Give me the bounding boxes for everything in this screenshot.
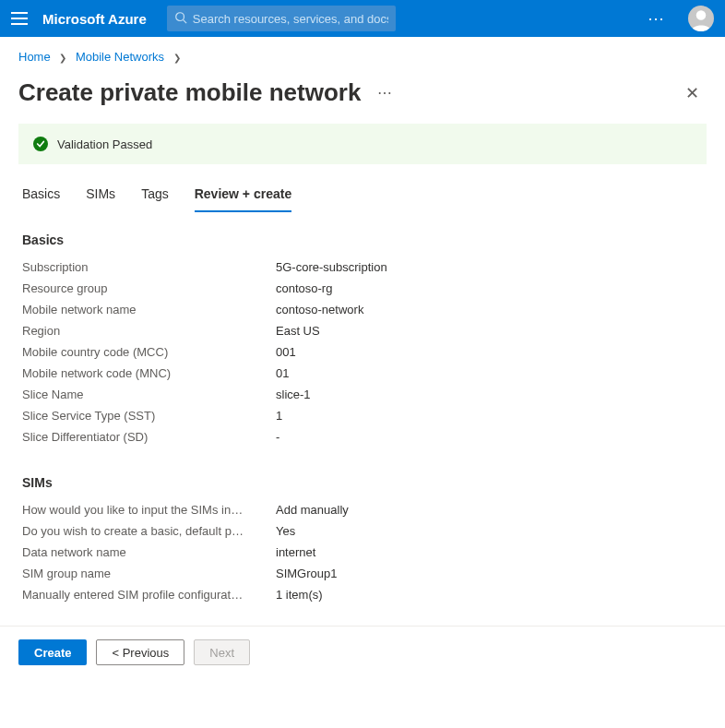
kv-row: How would you like to input the SIMs in…… bbox=[22, 503, 703, 517]
breadcrumb-link-home[interactable]: Home bbox=[18, 50, 51, 64]
section-basics: Basics Subscription5G-core-subscriptionR… bbox=[22, 233, 703, 444]
kv-val: - bbox=[276, 430, 279, 444]
kv-val: 01 bbox=[276, 366, 289, 380]
kv-key: Slice Name bbox=[22, 388, 276, 401]
kv-key: Mobile network code (MNC) bbox=[22, 366, 276, 380]
section-sims: SIMs How would you like to input the SIM… bbox=[22, 475, 703, 602]
kv-val: internet bbox=[276, 545, 315, 559]
kv-val: 001 bbox=[276, 345, 296, 359]
kv-val: East US bbox=[276, 324, 320, 338]
chevron-right-icon: ❯ bbox=[59, 53, 66, 63]
kv-val: 5G-core-subscription bbox=[276, 260, 387, 274]
svg-point-0 bbox=[176, 12, 184, 20]
kv-val: contoso-network bbox=[276, 303, 363, 316]
page-header: Create private mobile network ⋯ ✕ bbox=[0, 71, 725, 124]
kv-val: 1 bbox=[276, 409, 282, 423]
kv-key: How would you like to input the SIMs in… bbox=[22, 503, 276, 517]
kv-row: Slice Nameslice-1 bbox=[22, 388, 703, 401]
page-title: Create private mobile network bbox=[18, 78, 361, 107]
kv-key: Slice Differentiator (SD) bbox=[22, 430, 276, 444]
kv-key: Resource group bbox=[22, 281, 276, 295]
kv-key: SIM group name bbox=[22, 567, 276, 580]
svg-line-1 bbox=[183, 19, 186, 23]
tab-basics[interactable]: Basics bbox=[22, 181, 60, 212]
kv-row: Data network nameinternet bbox=[22, 545, 703, 559]
section-title-sims: SIMs bbox=[22, 475, 703, 490]
kv-key: Manually entered SIM profile configurat… bbox=[22, 588, 276, 602]
search-box[interactable] bbox=[167, 6, 397, 31]
tab-sims[interactable]: SIMs bbox=[86, 181, 115, 212]
kv-key: Mobile network name bbox=[22, 303, 276, 316]
page-more-icon[interactable]: ⋯ bbox=[377, 84, 393, 101]
tab-tags[interactable]: Tags bbox=[141, 181, 169, 212]
kv-row: RegionEast US bbox=[22, 324, 703, 338]
breadcrumb-link-mobile-networks[interactable]: Mobile Networks bbox=[76, 50, 164, 64]
kv-row: Resource groupcontoso-rg bbox=[22, 281, 703, 295]
search-input[interactable] bbox=[193, 12, 389, 26]
kv-val: SIMGroup1 bbox=[276, 567, 337, 580]
next-button: Next bbox=[194, 639, 250, 665]
kv-row: Manually entered SIM profile configurat…… bbox=[22, 588, 703, 602]
content: Basics Subscription5G-core-subscriptionR… bbox=[0, 212, 725, 626]
topbar-more-icon[interactable]: ⋯ bbox=[640, 8, 673, 29]
kv-key: Mobile country code (MCC) bbox=[22, 345, 276, 359]
kv-val: contoso-rg bbox=[276, 281, 332, 295]
kv-row: Slice Differentiator (SD)- bbox=[22, 430, 703, 444]
kv-row: Subscription5G-core-subscription bbox=[22, 260, 703, 274]
kv-val: slice-1 bbox=[276, 388, 311, 401]
kv-row: SIM group nameSIMGroup1 bbox=[22, 567, 703, 580]
kv-key: Subscription bbox=[22, 260, 276, 274]
kv-val: Add manually bbox=[276, 503, 349, 517]
kv-row: Mobile country code (MCC)001 bbox=[22, 345, 703, 359]
tab-review-create[interactable]: Review + create bbox=[195, 181, 291, 212]
tabs: Basics SIMs Tags Review + create bbox=[0, 181, 725, 212]
previous-button[interactable]: < Previous bbox=[96, 639, 184, 665]
topbar: Microsoft Azure ⋯ bbox=[0, 0, 725, 37]
section-title-basics: Basics bbox=[22, 233, 703, 247]
kv-key: Do you wish to create a basic, default p… bbox=[22, 524, 276, 538]
kv-key: Region bbox=[22, 324, 276, 338]
kv-val: Yes bbox=[276, 524, 295, 538]
brand-label: Microsoft Azure bbox=[42, 11, 147, 27]
close-icon[interactable]: ✕ bbox=[678, 79, 707, 107]
search-icon bbox=[174, 11, 187, 27]
kv-row: Mobile network namecontoso-network bbox=[22, 303, 703, 316]
kv-row: Do you wish to create a basic, default p… bbox=[22, 524, 703, 538]
kv-key: Slice Service Type (SST) bbox=[22, 409, 276, 423]
validation-banner: Validation Passed bbox=[18, 124, 707, 164]
check-circle-icon bbox=[33, 137, 48, 151]
breadcrumb: Home ❯ Mobile Networks ❯ bbox=[0, 37, 725, 71]
chevron-right-icon: ❯ bbox=[173, 53, 181, 63]
footer: Create < Previous Next bbox=[0, 626, 725, 689]
create-button[interactable]: Create bbox=[18, 639, 87, 665]
validation-text: Validation Passed bbox=[57, 137, 152, 151]
kv-val: 1 item(s) bbox=[276, 588, 323, 602]
hamburger-menu-icon[interactable] bbox=[11, 10, 28, 27]
avatar[interactable] bbox=[688, 6, 714, 31]
svg-point-2 bbox=[696, 10, 707, 20]
kv-row: Slice Service Type (SST)1 bbox=[22, 409, 703, 423]
kv-key: Data network name bbox=[22, 545, 276, 559]
kv-row: Mobile network code (MNC)01 bbox=[22, 366, 703, 380]
